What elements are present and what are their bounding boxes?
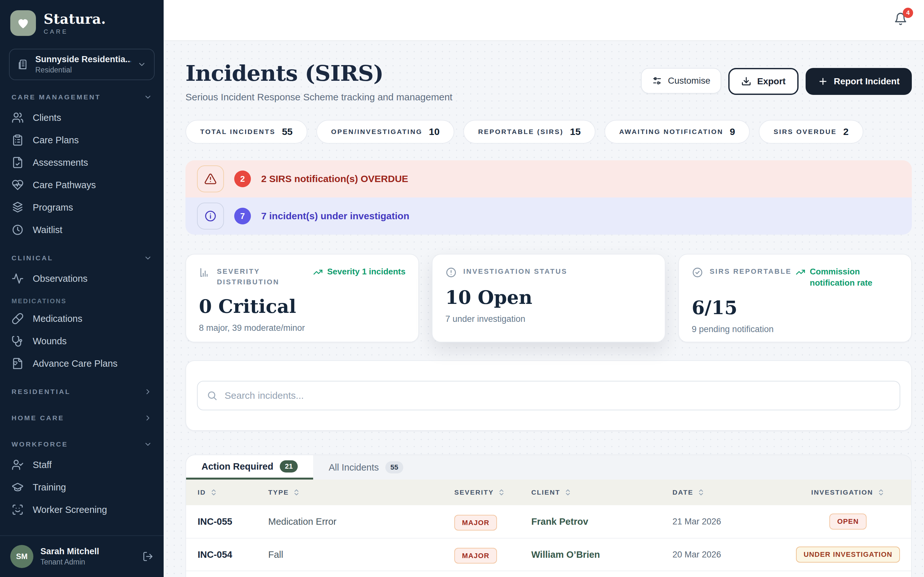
app: Statura. CARE Sunnyside Residentia... Re… bbox=[0, 0, 924, 577]
pill-reportable: REPORTABLE (SIRS) 15 bbox=[463, 120, 596, 143]
sidebar-item-waitlist[interactable]: Waitlist bbox=[0, 219, 164, 241]
table-row[interactable]: INC-055 Medication Error MAJOR Frank Pet… bbox=[186, 505, 911, 538]
sidebar-item-label: Observations bbox=[33, 274, 87, 284]
sidebar: Statura. CARE Sunnyside Residentia... Re… bbox=[0, 0, 164, 577]
investigation-badge: UNDER INVESTIGATION bbox=[796, 546, 900, 562]
column-header-date[interactable]: DATE bbox=[672, 488, 791, 496]
investigation-alert-banner[interactable]: 7 7 incident(s) under investigation bbox=[186, 197, 912, 235]
sort-icon bbox=[498, 488, 505, 496]
section-workforce[interactable]: WORKFORCE bbox=[0, 427, 164, 454]
column-label: TYPE bbox=[268, 488, 289, 496]
card-trend: Severity 1 incidents bbox=[313, 266, 405, 277]
info-icon bbox=[204, 210, 217, 222]
brand-name: Statura. bbox=[44, 11, 106, 27]
stat-pills: TOTAL INCIDENTS 55 OPEN/INVESTIGATING 10… bbox=[186, 120, 912, 143]
section-label: CARE MANAGEMENT bbox=[11, 93, 101, 101]
report-incident-button[interactable]: Report Incident bbox=[806, 68, 912, 95]
section-care-management[interactable]: CARE MANAGEMENT bbox=[0, 80, 164, 106]
pill-value: 2 bbox=[843, 126, 849, 137]
chevron-down-icon bbox=[137, 60, 146, 69]
logout-icon[interactable] bbox=[142, 551, 153, 562]
cell-type: Fall bbox=[268, 550, 454, 560]
column-header-client[interactable]: CLIENT bbox=[531, 488, 672, 496]
sidebar-item-wounds[interactable]: Wounds bbox=[0, 330, 164, 352]
sidebar-item-training[interactable]: Training bbox=[0, 476, 164, 498]
table-row[interactable]: MAJOR UNDER INVESTIGATION bbox=[186, 571, 911, 577]
brand-tagline: CARE bbox=[44, 28, 106, 35]
column-header-id[interactable]: ID bbox=[198, 488, 268, 496]
column-header-severity[interactable]: SEVERITY bbox=[454, 488, 531, 496]
sidebar-item-observations[interactable]: Observations bbox=[0, 268, 164, 290]
search-input[interactable] bbox=[225, 390, 891, 401]
pill-label: SIRS OVERDUE bbox=[774, 128, 837, 135]
stat-cards: SEVERITY DISTRIBUTION Severity 1 inciden… bbox=[186, 254, 912, 342]
chevron-right-icon bbox=[144, 388, 152, 396]
sort-icon bbox=[697, 488, 705, 496]
severity-badge: MAJOR bbox=[454, 515, 497, 530]
sidebar-item-advance-care-plans[interactable]: Advance Care Plans bbox=[0, 352, 164, 375]
pill-value: 10 bbox=[429, 126, 439, 137]
column-label: INVESTIGATION bbox=[811, 488, 873, 496]
sidebar-item-assessments[interactable]: Assessments bbox=[0, 151, 164, 174]
sublabel-medications: MEDICATIONS bbox=[0, 290, 164, 308]
sidebar-item-clients[interactable]: Clients bbox=[0, 106, 164, 129]
sidebar-item-medications[interactable]: Medications bbox=[0, 308, 164, 330]
user-role: Tenant Admin bbox=[40, 558, 136, 566]
sidebar-item-label: Assessments bbox=[33, 157, 88, 168]
sort-icon bbox=[877, 488, 885, 496]
export-button[interactable]: Export bbox=[728, 68, 798, 95]
sidebar-item-care-pathways[interactable]: Care Pathways bbox=[0, 174, 164, 196]
column-label: DATE bbox=[672, 488, 693, 496]
sort-icon bbox=[210, 488, 218, 496]
section-clinical[interactable]: CLINICAL bbox=[0, 241, 164, 268]
tab-all-incidents[interactable]: All Incidents 55 bbox=[313, 455, 419, 480]
file-check-icon bbox=[11, 156, 24, 169]
card-big-value: 6/15 bbox=[692, 297, 898, 319]
facility-selector[interactable]: Sunnyside Residentia... Residential bbox=[9, 49, 155, 80]
sidebar-item-label: Care Pathways bbox=[33, 180, 96, 190]
cell-id: INC-055 bbox=[198, 516, 268, 527]
tab-label: Action Required bbox=[202, 461, 273, 472]
cell-client: Frank Petrov bbox=[531, 516, 672, 527]
sidebar-item-programs[interactable]: Programs bbox=[0, 196, 164, 219]
section-residential[interactable]: RESIDENTIAL bbox=[0, 375, 164, 401]
cell-date: 20 Mar 2026 bbox=[672, 550, 791, 560]
overdue-alert-banner[interactable]: 2 2 SIRS notification(s) OVERDUE bbox=[186, 160, 912, 197]
graduation-cap-icon bbox=[11, 481, 24, 493]
facility-type: Residential bbox=[35, 66, 131, 74]
sidebar-item-label: Programs bbox=[33, 202, 73, 213]
customise-button[interactable]: Customise bbox=[641, 68, 721, 93]
chevron-right-icon bbox=[144, 414, 152, 422]
tab-count-badge: 55 bbox=[385, 461, 403, 474]
sidebar-item-label: Medications bbox=[33, 314, 82, 324]
section-label: RESIDENTIAL bbox=[11, 388, 71, 396]
notifications-button[interactable]: 4 bbox=[894, 12, 907, 28]
column-header-type[interactable]: TYPE bbox=[268, 488, 454, 496]
column-header-investigation[interactable]: INVESTIGATION bbox=[791, 488, 911, 496]
search-card bbox=[186, 360, 912, 431]
notification-count-badge: 4 bbox=[903, 8, 913, 18]
brand-heart-icon bbox=[10, 10, 36, 36]
table-row[interactable]: INC-054 Fall MAJOR William O’Brien 20 Ma… bbox=[186, 538, 911, 571]
sidebar-item-care-plans[interactable]: Care Plans bbox=[0, 129, 164, 151]
sidebar-item-worker-screening[interactable]: Worker Screening bbox=[0, 498, 164, 521]
file-heart-icon bbox=[11, 358, 24, 370]
column-label: SEVERITY bbox=[454, 488, 494, 496]
sidebar-item-staff[interactable]: Staff bbox=[0, 454, 164, 476]
card-sub-value: 8 major, 39 moderate/minor bbox=[199, 323, 405, 333]
pill-label: AWAITING NOTIFICATION bbox=[619, 128, 724, 135]
sliders-icon bbox=[652, 76, 662, 86]
investigation-count-badge: 7 bbox=[234, 208, 251, 224]
section-home-care[interactable]: HOME CARE bbox=[0, 401, 164, 427]
search-box bbox=[197, 381, 900, 410]
card-label: INVESTIGATION STATUS bbox=[463, 266, 567, 277]
pill-label: REPORTABLE (SIRS) bbox=[478, 128, 564, 135]
tab-action-required[interactable]: Action Required 21 bbox=[186, 455, 313, 480]
severity-badge: MAJOR bbox=[454, 548, 497, 564]
section-label: HOME CARE bbox=[11, 414, 64, 422]
sidebar-item-label: Waitlist bbox=[33, 225, 62, 235]
layers-icon bbox=[11, 201, 24, 213]
card-label: SIRS REPORTABLE bbox=[710, 266, 792, 277]
brand: Statura. CARE bbox=[0, 0, 164, 42]
activity-icon bbox=[11, 272, 24, 285]
